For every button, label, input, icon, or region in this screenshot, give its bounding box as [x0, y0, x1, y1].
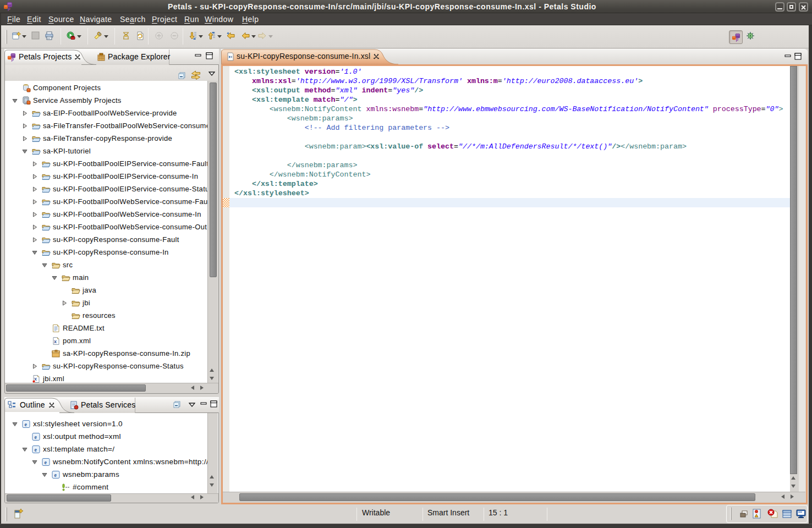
svg-text:e: e [35, 433, 37, 439]
svg-text:p: p [8, 6, 10, 11]
svg-text:p: p [736, 37, 739, 42]
svg-text:p: p [12, 57, 14, 62]
svg-text:e: e [54, 471, 57, 477]
svg-text:e: e [25, 421, 28, 427]
svg-text:e: e [35, 446, 37, 452]
svg-text:e: e [45, 459, 47, 465]
svg-text:x: x [54, 339, 57, 344]
